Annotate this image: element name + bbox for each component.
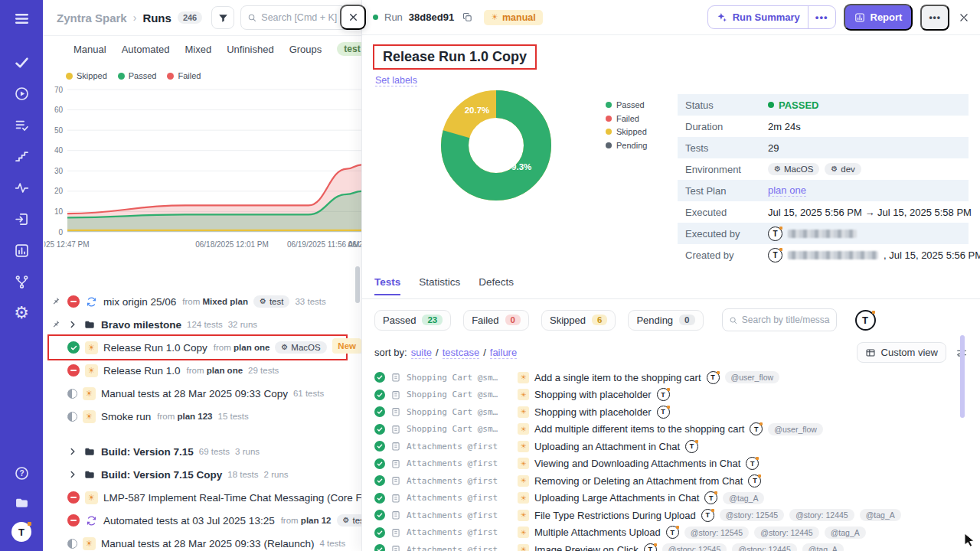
tab-defects[interactable]: Defects (479, 276, 514, 294)
bar-chart-icon[interactable] (12, 241, 31, 259)
test-row[interactable]: Shopping Cart @sm…☀Add multiple differen… (362, 421, 980, 439)
trend-chart-legend: SkippedPassedFailed (43, 62, 361, 82)
run-summary-button[interactable]: Run Summary ••• (707, 5, 836, 29)
test-suite-name: Attachments @first (407, 442, 512, 452)
run-row[interactable]: ☀LMP-587 Implement Real-Time Chat Messag… (49, 486, 346, 509)
tab-tests[interactable]: Tests (374, 276, 400, 295)
drawer-close-button[interactable] (959, 12, 969, 23)
tests-list: Shopping Cart @sm…☀Add a single item to … (362, 366, 980, 551)
report-button[interactable]: Report (844, 4, 913, 31)
test-row[interactable]: Shopping Cart @sm…☀Shopping with placeho… (362, 403, 980, 421)
test-row[interactable]: Attachments @first☀File Type Restriction… (362, 507, 980, 524)
run-row[interactable]: ☀Release Run 1.0from plan one29 tests (49, 359, 346, 382)
runs-tab-automated[interactable]: Automated (122, 44, 170, 55)
test-row[interactable]: Shopping Cart @sm…☀Add a single item to … (362, 369, 980, 386)
test-row[interactable]: Attachments @first☀Viewing and Downloadi… (362, 455, 980, 473)
tab-statistics[interactable]: Statistics (419, 276, 460, 294)
runs-tab-manual[interactable]: Manual (74, 44, 106, 55)
play-circle-icon[interactable] (12, 84, 31, 103)
test-row[interactable]: Shopping Cart @sm…☀Shopping with placeho… (362, 386, 980, 404)
copy-icon[interactable] (462, 11, 473, 23)
filter-chip-pending[interactable]: Pending0 (628, 310, 703, 331)
run-row[interactable]: ☀Manual tests at 28 Mar 2025 09:33 (Rela… (49, 532, 346, 551)
filter-chip-failed[interactable]: Failed0 (463, 310, 529, 331)
test-row[interactable]: Attachments @first☀Uploading an Attachme… (362, 438, 980, 455)
breadcrumb-separator: › (133, 11, 137, 24)
test-title: Uploading an Attachment in Chat (534, 441, 680, 452)
gear-icon: ⚙ (774, 165, 781, 173)
filter-chip-passed[interactable]: Passed23 (374, 310, 451, 331)
filter-button[interactable] (211, 6, 234, 29)
run-group-row[interactable]: Bravo milestone124 tests32 runs (49, 313, 346, 336)
run-group-row[interactable]: Build: Version 7.15 Copy18 tests2 runs (49, 463, 346, 486)
sort-links: suite/testcase/failure (411, 347, 518, 359)
drawer-more-button[interactable]: ••• (920, 5, 949, 31)
chip-count: 0 (505, 315, 521, 325)
tests-search-input[interactable] (742, 315, 830, 325)
test-row[interactable]: Attachments @first☀Uploading Large Attac… (362, 490, 980, 507)
gear-icon[interactable]: ⚙ (12, 304, 31, 322)
redacted-username (788, 230, 857, 238)
svg-text:06/17/2025 12:47 PM: 06/17/2025 12:47 PM (44, 240, 90, 249)
runs-tab-groups[interactable]: Groups (289, 44, 322, 55)
run-row[interactable]: Automated tests at 03 Jul 2025 13:25from… (49, 509, 346, 532)
drawer-scrollbar[interactable] (960, 335, 965, 418)
chevron-right-icon[interactable] (67, 469, 78, 480)
run-row[interactable]: ☀Release Run 1.0 Copyfrom plan one⚙MacOS… (49, 336, 346, 359)
set-labels-link[interactable]: Set labels (375, 75, 417, 86)
runs-search[interactable] (240, 5, 355, 30)
runs-panel-close-button[interactable] (340, 5, 366, 30)
run-group-row[interactable]: Build: Version 7.1569 tests3 runs (49, 440, 346, 463)
test-row[interactable]: Attachments @first☀Multiple Attachments … (362, 524, 980, 542)
runs-trend-chart: 01020304050607006/17/2025 12:47 PM06/18/… (44, 82, 361, 259)
legend-dot (118, 73, 125, 80)
menu-icon[interactable] (12, 9, 31, 28)
chevron-right-icon[interactable] (67, 319, 78, 330)
passed-check-icon (374, 475, 385, 486)
tests-search[interactable] (722, 308, 837, 331)
user-avatar[interactable]: T (11, 522, 31, 542)
created-date: , Jul 15, 2025 5:56 PM (884, 249, 980, 261)
activity-icon[interactable] (12, 178, 31, 197)
assignee-avatar: T (657, 406, 670, 419)
assignee-avatar: T (657, 388, 670, 401)
detail-value: 2m 24s (768, 121, 801, 132)
check-icon[interactable] (12, 53, 31, 71)
user-avatar: T (768, 248, 782, 262)
sort-link-failure[interactable]: failure (490, 347, 517, 359)
run-enter-icon[interactable] (12, 210, 31, 228)
run-row[interactable]: mix origin 25/06from Mixed plan⚙test33 t… (49, 290, 346, 313)
steps-icon[interactable] (12, 147, 31, 165)
svg-text:10: 10 (54, 207, 64, 216)
pin-icon (51, 319, 60, 329)
runs-search-input[interactable] (261, 12, 348, 23)
run-from-plan: from plan 12 (281, 516, 332, 525)
test-suite-name: Shopping Cart @sm… (407, 373, 512, 383)
run-from-plan: from plan one (187, 366, 243, 375)
help-icon[interactable]: ? (12, 464, 31, 482)
sort-link-testcase[interactable]: testcase (443, 347, 479, 359)
filter-chip-skipped[interactable]: Skipped6 (541, 310, 616, 331)
runs-tab-env-badge[interactable]: test (337, 42, 361, 56)
list-check-icon[interactable] (12, 116, 31, 134)
test-row[interactable]: Attachments @first☀Image Preview on Clic… (362, 541, 980, 551)
run-row[interactable]: ☀Smoke runfrom plan 12315 tests (49, 405, 346, 428)
runs-tab-mixed[interactable]: Mixed (185, 44, 212, 55)
sort-link-suite[interactable]: suite (411, 347, 432, 359)
run-summary-more-button[interactable]: ••• (808, 6, 835, 28)
breadcrumb-project[interactable]: Zyntra Spark (57, 11, 127, 24)
test-row[interactable]: Attachments @first☀Removing or Deleting … (362, 472, 980, 490)
detail-label: Duration (678, 121, 768, 132)
svg-text:40: 40 (54, 146, 64, 155)
runs-panel-scrollbar[interactable] (355, 266, 360, 303)
git-branch-icon[interactable] (12, 272, 31, 291)
custom-view-button[interactable]: Custom view (857, 342, 946, 363)
run-title: Manual tests at 28 Mar 2025 09:33 (Relau… (101, 538, 314, 549)
runs-tab-unfinished[interactable]: Unfinished (227, 44, 273, 55)
app-sidebar: ⚙ ?T (0, 0, 43, 551)
chevron-right-icon[interactable] (67, 446, 78, 457)
test-plan-link[interactable]: plan one (768, 184, 806, 197)
assignee-avatar[interactable]: T (855, 310, 876, 331)
folders-icon[interactable] (12, 493, 31, 511)
run-row[interactable]: ☀Manual tests at 28 Mar 2025 09:33 Copy6… (49, 382, 346, 405)
